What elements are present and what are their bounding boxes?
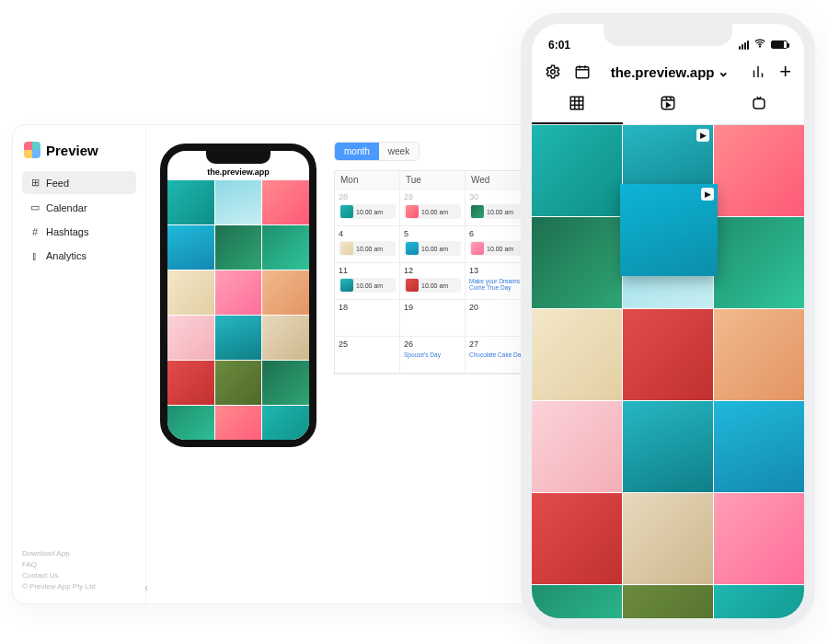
weekday-label: Tue: [400, 171, 466, 190]
sidebar-item-label: Hashtags: [46, 226, 88, 237]
feed-tile[interactable]: [532, 125, 622, 216]
calendar-cell[interactable]: 410.00 am: [335, 226, 400, 263]
scheduled-post-chip[interactable]: 10.00 am: [339, 241, 396, 256]
weekday-label: Mon: [335, 171, 400, 190]
calendar-cell[interactable]: 26Spouse's Day: [400, 337, 466, 374]
tab-igtv[interactable]: [713, 87, 804, 124]
feed-tile[interactable]: [532, 493, 622, 584]
reel-badge-icon: ▶: [701, 188, 714, 201]
scheduled-post-chip[interactable]: 10.00 am: [469, 204, 526, 219]
feed-tile[interactable]: [623, 493, 713, 584]
scheduled-post-chip[interactable]: 10.00 am: [339, 278, 396, 293]
sidebar-item-feed[interactable]: ⊞ Feed: [22, 171, 136, 194]
calendar-icon: ▭: [29, 201, 40, 213]
feed-tile[interactable]: [714, 125, 804, 216]
feed-tile[interactable]: [623, 401, 713, 492]
feed-tile[interactable]: [714, 217, 804, 308]
signal-icon: [739, 40, 749, 50]
toggle-week[interactable]: week: [379, 143, 419, 160]
calendar-note: Chocolate Cake Day: [469, 351, 526, 358]
feed-tile[interactable]: [215, 406, 262, 447]
calendar-header: Mon Tue Wed: [335, 171, 531, 190]
feed-tile[interactable]: [215, 316, 262, 360]
account-switcher[interactable]: the.preview.app ⌄: [611, 63, 730, 80]
add-button[interactable]: +: [779, 62, 791, 82]
feed-tile[interactable]: [215, 225, 262, 270]
brand-name: Preview: [46, 143, 98, 158]
post-thumbnail: [340, 279, 353, 292]
feed-tile[interactable]: [215, 361, 262, 405]
feed-tile[interactable]: [532, 309, 622, 400]
account-handle: the.preview.app: [611, 64, 715, 80]
feed-tile[interactable]: [262, 316, 309, 360]
calendar-cell[interactable]: 25: [335, 337, 400, 374]
feed-tile[interactable]: [262, 225, 309, 270]
sidebar-item-label: Feed: [46, 178, 69, 189]
scheduled-post-chip[interactable]: 10.00 am: [404, 241, 461, 256]
calendar-note: Make your Dreams Come True Day: [469, 278, 526, 292]
calendar-cell[interactable]: 1110.00 am: [335, 263, 400, 300]
footer-link[interactable]: Download App: [22, 548, 136, 559]
post-time: 10.00 am: [487, 246, 513, 252]
brand: Preview: [22, 136, 136, 171]
post-thumbnail: [406, 279, 419, 292]
calendar-cell[interactable]: 2810.00 am: [335, 190, 400, 226]
calendar-cell[interactable]: 2910.00 am: [400, 190, 466, 226]
feed-tile[interactable]: [262, 180, 309, 224]
feed-tile[interactable]: [714, 493, 804, 584]
feed-tile[interactable]: [623, 309, 713, 400]
post-thumbnail: [406, 242, 419, 255]
feed-tile[interactable]: [262, 270, 309, 315]
feed-tile[interactable]: [167, 406, 214, 447]
day-number: 11: [339, 266, 396, 275]
scheduled-post-chip[interactable]: 10.00 am: [404, 204, 461, 219]
post-thumbnail: [471, 205, 484, 218]
footer-link[interactable]: FAQ: [22, 559, 136, 570]
calendar-cell[interactable]: 18: [335, 300, 400, 337]
scheduled-post-chip[interactable]: 10.00 am: [469, 241, 526, 256]
post-time: 10.00 am: [487, 209, 513, 215]
tab-reels[interactable]: [623, 87, 714, 124]
day-number: 12: [404, 266, 461, 275]
sidebar-item-label: Calendar: [46, 202, 87, 213]
feed-tile[interactable]: [215, 270, 262, 315]
feed-tile[interactable]: [714, 585, 804, 629]
feed-tile[interactable]: [623, 585, 713, 629]
footer-link[interactable]: Contact Us: [22, 570, 136, 581]
calendar-cell[interactable]: 19: [400, 300, 466, 337]
feed-tile[interactable]: [532, 401, 622, 492]
calendar-cell[interactable]: 510.00 am: [400, 226, 466, 263]
calendar-icon[interactable]: [574, 63, 591, 80]
feed-tile[interactable]: [714, 309, 804, 400]
sidebar-item-calendar[interactable]: ▭ Calendar: [22, 196, 136, 219]
analytics-icon[interactable]: [750, 63, 766, 80]
calendar-cell[interactable]: 1210.00 am: [400, 263, 466, 300]
day-number: 25: [339, 339, 396, 349]
sidebar-item-analytics[interactable]: ⫿ Analytics: [22, 245, 136, 267]
feed-tile[interactable]: [167, 270, 214, 315]
sidebar-collapse-chevron[interactable]: ‹: [144, 581, 148, 594]
day-number: 5: [404, 229, 461, 238]
feed-tile[interactable]: [167, 225, 214, 270]
feed-tile[interactable]: [262, 406, 309, 447]
settings-icon[interactable]: [545, 63, 561, 80]
tab-grid[interactable]: [532, 87, 623, 124]
feed-tile[interactable]: [167, 316, 214, 360]
dragging-tile[interactable]: ▶: [620, 184, 718, 276]
feed-tile[interactable]: [167, 180, 214, 224]
svg-point-1: [551, 70, 556, 75]
feed-tile[interactable]: [215, 180, 262, 224]
scheduled-post-chip[interactable]: 10.00 am: [404, 278, 461, 293]
day-number: 20: [469, 303, 526, 312]
feed-tile[interactable]: [262, 361, 309, 405]
post-time: 10.00 am: [356, 246, 383, 252]
day-number: 28: [339, 192, 396, 201]
sidebar: Preview ⊞ Feed ▭ Calendar # Hashtags ⫿ A…: [13, 125, 146, 604]
feed-tile[interactable]: [532, 585, 622, 629]
feed-tile[interactable]: [714, 401, 804, 492]
sidebar-item-hashtags[interactable]: # Hashtags: [22, 221, 136, 243]
scheduled-post-chip[interactable]: 10.00 am: [339, 204, 396, 219]
feed-tile[interactable]: [532, 217, 622, 308]
toggle-month[interactable]: month: [335, 143, 379, 160]
feed-tile[interactable]: [167, 361, 214, 405]
